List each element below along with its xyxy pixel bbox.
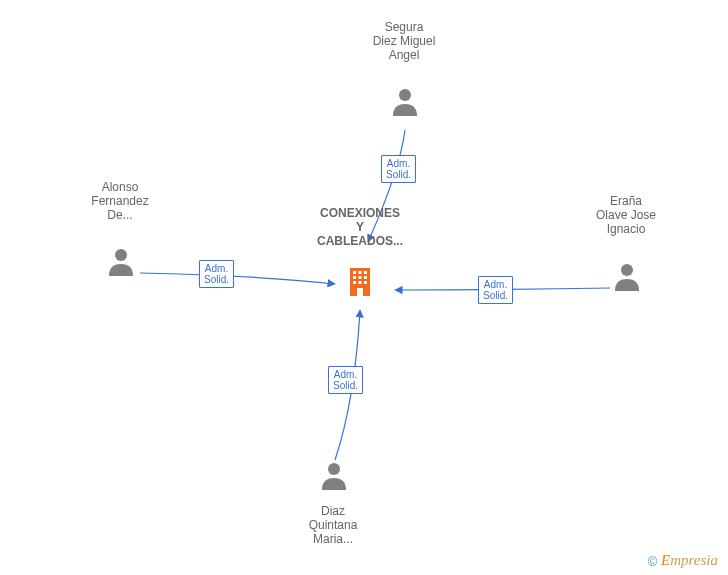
company-title: CONEXIONES Y CABLEADOS... xyxy=(290,206,430,248)
person-icon xyxy=(320,460,348,490)
edge-label-top: Adm. Solid. xyxy=(381,155,416,183)
diagram-canvas: Adm. Solid. Adm. Solid. Adm. Solid. Adm.… xyxy=(0,0,728,575)
svg-point-14 xyxy=(328,463,340,475)
edge-label-left: Adm. Solid. xyxy=(199,260,234,288)
person-name-line: Alonso xyxy=(50,180,190,194)
company-title-line: CONEXIONES xyxy=(290,206,430,220)
svg-point-13 xyxy=(621,264,633,276)
person-name-line: Olave Jose xyxy=(556,208,696,222)
svg-rect-10 xyxy=(357,288,363,296)
person-label-bottom: Diaz Quintana Maria... xyxy=(263,504,403,546)
person-name-line: Diaz xyxy=(263,504,403,518)
svg-rect-5 xyxy=(359,276,362,279)
copyright-symbol: © xyxy=(648,554,658,569)
person-icon xyxy=(613,261,641,291)
person-name-line: Segura xyxy=(334,20,474,34)
person-name-line: Quintana xyxy=(263,518,403,532)
edge-label-bottom: Adm. Solid. xyxy=(328,366,363,394)
company-title-line: Y xyxy=(290,220,430,234)
svg-rect-8 xyxy=(359,281,362,284)
svg-rect-2 xyxy=(359,271,362,274)
brand-name: Empresia xyxy=(661,552,718,568)
person-label-left: Alonso Fernandez De... xyxy=(50,180,190,222)
svg-point-11 xyxy=(399,89,411,101)
svg-rect-7 xyxy=(353,281,356,284)
building-icon xyxy=(346,266,374,296)
footer-branding: © Empresia xyxy=(648,552,718,569)
person-name-line: Maria... xyxy=(263,532,403,546)
person-label-right: Eraña Olave Jose Ignacio xyxy=(556,194,696,236)
svg-rect-1 xyxy=(353,271,356,274)
svg-rect-4 xyxy=(353,276,356,279)
person-name-line: Eraña xyxy=(556,194,696,208)
svg-point-12 xyxy=(115,249,127,261)
person-name-line: Diez Miguel xyxy=(334,34,474,48)
edge-left xyxy=(140,273,335,284)
edge-label-right: Adm. Solid. xyxy=(478,276,513,304)
svg-rect-3 xyxy=(364,271,367,274)
svg-rect-6 xyxy=(364,276,367,279)
company-title-line: CABLEADOS... xyxy=(290,234,430,248)
person-name-line: Angel xyxy=(334,48,474,62)
person-name-line: Ignacio xyxy=(556,222,696,236)
person-icon xyxy=(107,246,135,276)
person-icon xyxy=(391,86,419,116)
person-label-top: Segura Diez Miguel Angel xyxy=(334,20,474,62)
svg-rect-9 xyxy=(364,281,367,284)
person-name-line: Fernandez xyxy=(50,194,190,208)
person-name-line: De... xyxy=(50,208,190,222)
